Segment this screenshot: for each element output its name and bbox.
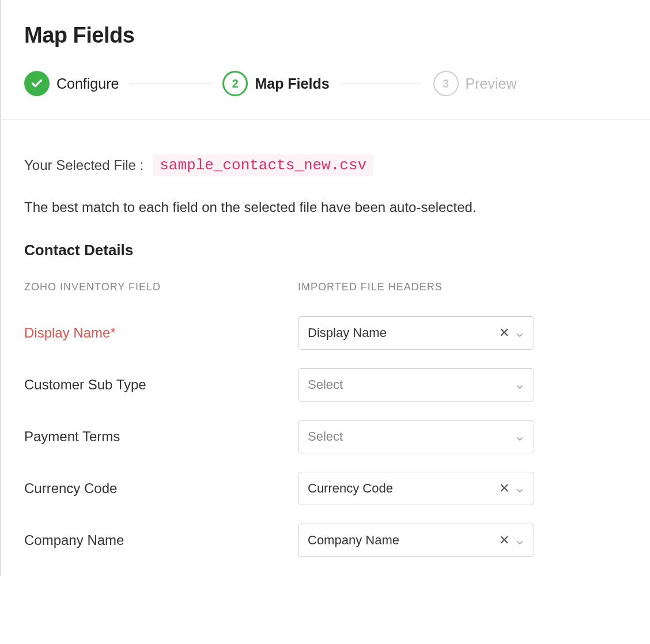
select-company-name[interactable]: Company Name ✕	[298, 524, 534, 557]
chevron-down-icon	[515, 536, 524, 545]
chevron-down-icon	[515, 432, 524, 441]
step-map-fields-label: Map Fields	[255, 75, 329, 92]
chevron-down-icon	[515, 484, 524, 493]
select-placeholder: Select	[308, 377, 515, 392]
field-row-customer-sub-type: Customer Sub Type Select	[24, 368, 627, 401]
step-number: 2	[232, 77, 239, 90]
field-row-display-name: Display Name* Display Name ✕	[24, 316, 627, 350]
select-value: Company Name	[308, 533, 499, 548]
divider	[1, 119, 650, 120]
step-completed-circle	[24, 71, 50, 96]
clear-icon[interactable]: ✕	[499, 533, 509, 548]
description-text: The best match to each field on the sele…	[24, 199, 627, 215]
step-preview-label: Preview	[466, 75, 517, 92]
field-label: Display Name*	[24, 325, 298, 341]
page-title: Map Fields	[24, 23, 627, 48]
field-label: Company Name	[24, 532, 298, 548]
column-header-right: IMPORTED FILE HEADERS	[298, 281, 443, 293]
select-display-name[interactable]: Display Name ✕	[298, 316, 534, 350]
section-title: Contact Details	[24, 241, 627, 259]
clear-icon[interactable]: ✕	[499, 481, 509, 496]
chevron-down-icon	[515, 380, 524, 389]
stepper: Configure 2 Map Fields 3 Preview	[24, 71, 627, 96]
columns-header: ZOHO INVENTORY FIELD IMPORTED FILE HEADE…	[24, 281, 627, 293]
select-value: Display Name	[308, 325, 499, 340]
step-map-fields[interactable]: 2 Map Fields	[222, 71, 329, 96]
step-number: 3	[443, 77, 449, 90]
step-preview: 3 Preview	[433, 71, 517, 96]
select-customer-sub-type[interactable]: Select	[298, 368, 534, 401]
step-connector	[341, 84, 422, 84]
select-placeholder: Select	[308, 429, 515, 444]
field-label: Customer Sub Type	[24, 377, 298, 393]
step-configure[interactable]: Configure	[24, 71, 119, 96]
field-row-currency-code: Currency Code Currency Code ✕	[24, 472, 627, 505]
select-payment-terms[interactable]: Select	[298, 420, 534, 453]
step-inactive-circle: 3	[433, 71, 459, 96]
field-label: Currency Code	[24, 480, 298, 497]
step-configure-label: Configure	[56, 75, 119, 92]
step-connector	[130, 84, 211, 84]
clear-icon[interactable]: ✕	[499, 325, 509, 340]
checkmark-icon	[31, 77, 43, 90]
chevron-down-icon	[515, 328, 524, 338]
field-row-payment-terms: Payment Terms Select	[24, 420, 627, 453]
field-row-company-name: Company Name Company Name ✕	[24, 524, 627, 557]
column-header-left: ZOHO INVENTORY FIELD	[24, 281, 161, 293]
selected-file-row: Your Selected File : sample_contacts_new…	[24, 154, 627, 176]
select-currency-code[interactable]: Currency Code ✕	[298, 472, 534, 505]
select-value: Currency Code	[308, 481, 499, 496]
field-label: Payment Terms	[24, 429, 298, 445]
selected-file-name: sample_contacts_new.csv	[153, 154, 373, 176]
step-active-circle: 2	[222, 71, 248, 96]
selected-file-label: Your Selected File :	[24, 157, 143, 173]
